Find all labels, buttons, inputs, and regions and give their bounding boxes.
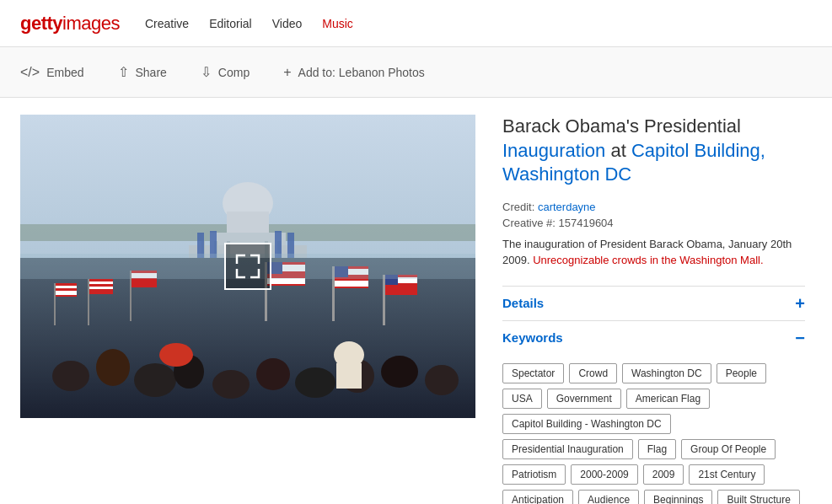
keywords-grid: SpectatorCrowdWashington DCPeopleUSAGove… — [502, 355, 805, 504]
share-button[interactable]: ⇧ Share — [118, 64, 167, 80]
svg-rect-42 — [335, 281, 368, 287]
site-logo[interactable]: gettyimages — [20, 13, 120, 35]
svg-point-49 — [52, 361, 89, 391]
inauguration-link[interactable]: Inauguration — [502, 140, 605, 161]
embed-icon: </> — [20, 65, 40, 80]
details-title: Details — [502, 296, 544, 310]
image-title: Barack Obama's Presidential Inauguration… — [502, 115, 805, 187]
keywords-section-header[interactable]: Keywords − — [502, 320, 805, 355]
comp-label: Comp — [218, 66, 250, 79]
comp-button[interactable]: ⇩ Comp — [201, 64, 250, 80]
svg-point-53 — [212, 370, 250, 399]
nav-links: Creative Editorial Video Music — [145, 17, 353, 30]
image-container — [20, 115, 475, 418]
share-label: Share — [136, 66, 167, 79]
nav-music[interactable]: Music — [322, 17, 353, 30]
image-panel — [20, 115, 475, 504]
svg-point-57 — [381, 356, 418, 388]
svg-point-58 — [425, 365, 459, 395]
nav-editorial[interactable]: Editorial — [209, 17, 252, 30]
keyword-tag[interactable]: 21st Century — [689, 464, 765, 485]
svg-rect-17 — [54, 283, 56, 325]
description: The inauguration of President Barack Oba… — [502, 236, 805, 269]
keyword-tag[interactable]: Crowd — [569, 363, 617, 383]
keywords-toggle: − — [795, 330, 805, 346]
keyword-tag[interactable]: 2009 — [643, 464, 684, 485]
keyword-tag[interactable]: American Flag — [626, 389, 710, 409]
svg-rect-44 — [383, 275, 385, 325]
keyword-tag[interactable]: Beginnings — [644, 490, 712, 504]
main-content: Barack Obama's Presidential Inauguration… — [0, 98, 832, 504]
keyword-tag[interactable]: People — [717, 363, 766, 383]
keyword-tag[interactable]: USA — [502, 389, 542, 409]
keyword-tag[interactable]: Anticipation — [502, 490, 573, 504]
nav-video[interactable]: Video — [272, 17, 303, 30]
keyword-tag[interactable]: Spectator — [502, 363, 564, 383]
share-icon: ⇧ — [118, 64, 129, 80]
details-toggle: + — [795, 295, 805, 312]
svg-point-55 — [295, 367, 335, 398]
embed-label: Embed — [46, 66, 83, 79]
credit-name[interactable]: carterdayne — [538, 201, 596, 213]
credit-line: Credit: carterdayne — [502, 201, 805, 213]
keyword-tag[interactable]: Flag — [638, 439, 676, 459]
description-link[interactable]: Unrecognizable crowds in the Washington … — [533, 254, 763, 266]
svg-point-50 — [96, 349, 130, 386]
expand-button[interactable] — [224, 243, 271, 290]
details-section-header[interactable]: Details + — [502, 286, 805, 320]
info-panel: Barack Obama's Presidential Inauguration… — [496, 115, 812, 504]
keyword-tag[interactable]: Patriotism — [502, 464, 566, 485]
svg-point-51 — [134, 363, 176, 397]
keyword-tag[interactable]: Washington DC — [622, 363, 711, 383]
navigation-bar: gettyimages Creative Editorial Video Mus… — [0, 0, 832, 47]
keyword-tag[interactable]: Presidential Inauguration — [502, 439, 633, 459]
keyword-tag[interactable]: Government — [547, 389, 621, 409]
logo-text-2: images — [62, 13, 120, 34]
keyword-tag[interactable]: 2000-2009 — [571, 464, 637, 485]
add-to-button[interactable]: + Add to: Lebanon Photos — [283, 65, 425, 80]
svg-rect-22 — [88, 279, 89, 325]
keyword-tag[interactable]: Capitol Building - Washington DC — [502, 414, 671, 434]
credit-label: Credit: — [502, 201, 534, 213]
keyword-tag[interactable]: Audience — [578, 490, 639, 504]
svg-point-54 — [256, 358, 290, 390]
creative-value: 157419604 — [559, 217, 614, 229]
svg-rect-60 — [162, 350, 191, 357]
expand-icon — [235, 254, 260, 279]
embed-button[interactable]: </> Embed — [20, 65, 84, 80]
keyword-tag[interactable]: Group Of People — [681, 439, 776, 459]
comp-icon: ⇩ — [201, 64, 212, 80]
creative-label: Creative #: — [502, 217, 556, 229]
logo-text: getty — [20, 13, 62, 34]
nav-creative[interactable]: Creative — [145, 17, 189, 30]
svg-rect-62 — [336, 363, 362, 389]
svg-rect-36 — [267, 278, 305, 284]
keywords-section: Keywords − SpectatorCrowdWashington DCPe… — [502, 320, 805, 504]
svg-rect-27 — [89, 289, 113, 293]
creative-number: Creative #: 157419604 — [502, 217, 805, 229]
keyword-tag[interactable]: Built Structure — [717, 490, 799, 504]
add-label: Add to: Lebanon Photos — [298, 66, 425, 79]
keywords-title: Keywords — [502, 330, 563, 345]
svg-rect-21 — [56, 291, 77, 295]
toolbar: </> Embed ⇧ Share ⇩ Comp + Add to: Leban… — [0, 47, 832, 98]
add-icon: + — [283, 65, 291, 80]
